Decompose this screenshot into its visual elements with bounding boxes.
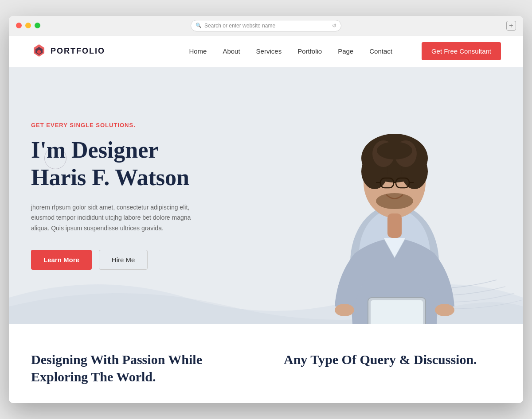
refresh-icon: ↺: [332, 23, 336, 29]
minimize-button[interactable]: [25, 23, 31, 28]
svg-rect-21: [371, 300, 423, 324]
svg-point-18: [335, 304, 354, 316]
navbar: PORTFOLIO Home About Services Portfolio …: [9, 35, 523, 67]
nav-cta-button[interactable]: Get Free Consultant: [422, 42, 501, 60]
logo-icon: [31, 43, 47, 59]
hero-content: GET EVERY SINGLE SOLUTIONS. I'm Designer…: [31, 122, 208, 296]
svg-point-19: [435, 304, 454, 316]
nav-links: Home About Services Portfolio Page Conta…: [189, 47, 501, 55]
nav-item-home[interactable]: Home: [189, 47, 207, 55]
hire-me-button[interactable]: Hire Me: [99, 250, 148, 270]
address-text: Search or enter website name: [204, 23, 329, 29]
svg-point-17: [376, 193, 413, 209]
hero-title-line1: I'm Designer: [31, 137, 158, 163]
bottom-right-title: Any Type Of Query & Discussion.: [284, 351, 501, 368]
close-button[interactable]: [16, 23, 22, 28]
learn-more-button[interactable]: Learn More: [31, 250, 92, 270]
nav-item-cta[interactable]: Get Free Consultant: [408, 47, 501, 55]
browser-window: 🔍 Search or enter website name ↺ + PORTF…: [9, 16, 523, 403]
nav-item-page[interactable]: Page: [338, 47, 353, 55]
nav-item-portfolio[interactable]: Portfolio: [297, 47, 322, 55]
logo-text: PORTFOLIO: [51, 47, 105, 56]
maximize-button[interactable]: [35, 23, 40, 28]
nav-link-page[interactable]: Page: [338, 47, 353, 55]
nav-link-portfolio[interactable]: Portfolio: [297, 47, 322, 55]
bottom-left-title: Designing With Passion While Exploring T…: [31, 351, 248, 385]
bottom-left: Designing With Passion While Exploring T…: [31, 351, 248, 385]
nav-link-about[interactable]: About: [223, 47, 240, 55]
window-controls: [16, 23, 40, 28]
svg-point-11: [377, 142, 412, 159]
title-bar: 🔍 Search or enter website name ↺ +: [9, 16, 523, 35]
website-content: PORTFOLIO Home About Services Portfolio …: [9, 35, 523, 403]
address-bar[interactable]: 🔍 Search or enter website name ↺: [191, 20, 341, 31]
hero-buttons: Learn More Hire Me: [31, 250, 208, 270]
nav-link-services[interactable]: Services: [256, 47, 282, 55]
bottom-section: Designing With Passion While Exploring T…: [9, 324, 523, 403]
hero-image: [301, 76, 488, 324]
person-illustration: [310, 85, 479, 324]
search-icon: 🔍: [196, 23, 202, 28]
hero-section: GET EVERY SINGLE SOLUTIONS. I'm Designer…: [9, 67, 523, 324]
hero-title: I'm Designer Haris F. Watson: [31, 136, 208, 192]
hero-title-line2: Haris F. Watson: [31, 165, 189, 190]
bottom-right: Any Type Of Query & Discussion.: [284, 351, 501, 385]
hero-tagline: GET EVERY SINGLE SOLUTIONS.: [31, 122, 208, 128]
nav-link-home[interactable]: Home: [189, 47, 207, 55]
new-tab-button[interactable]: +: [506, 21, 516, 31]
nav-item-services[interactable]: Services: [256, 47, 282, 55]
svg-rect-22: [387, 213, 402, 238]
nav-item-about[interactable]: About: [223, 47, 240, 55]
nav-link-contact[interactable]: Contact: [369, 47, 392, 55]
hero-description: jhorem rfpsum golor sidt amet, consectet…: [31, 202, 208, 234]
nav-item-contact[interactable]: Contact: [369, 47, 392, 55]
logo[interactable]: PORTFOLIO: [31, 43, 105, 59]
